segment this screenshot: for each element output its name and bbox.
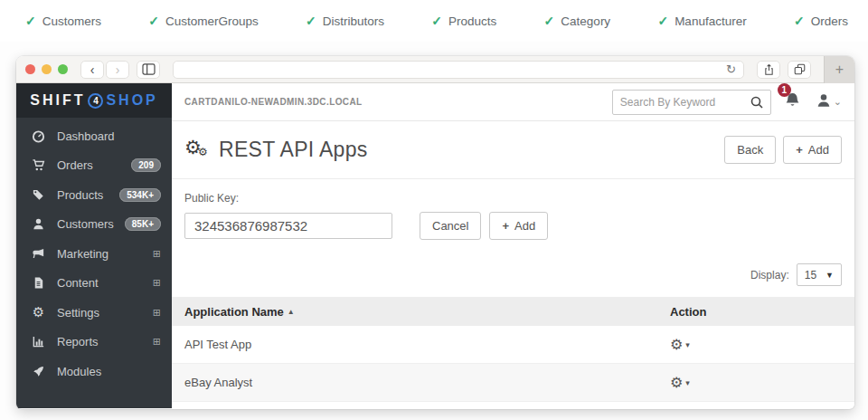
sidebar-menu: Dashboard Orders 209 Products 534K+: [16, 118, 172, 387]
check-icon: ✓: [306, 14, 316, 28]
check-icon: ✓: [794, 14, 805, 28]
public-key-input[interactable]: [184, 213, 392, 239]
sidebar: SHIFT 4 SHOP Dashboard Orders 209: [16, 83, 172, 408]
admin-topbar: CARTDANILO-NEWADMIN.3DC.LOCAL 1: [172, 83, 854, 121]
address-bar[interactable]: ↻: [173, 61, 744, 79]
expand-icon[interactable]: ⊞: [153, 277, 161, 289]
row-actions-dropdown[interactable]: ⚙ ▾: [670, 338, 690, 352]
sidebar-item-label: Modules: [57, 365, 161, 378]
sidebar-item-label: Products: [57, 188, 119, 202]
notifications-button[interactable]: 1: [784, 91, 801, 112]
cancel-button[interactable]: Cancel: [420, 212, 481, 240]
add-button-label: Add: [808, 143, 829, 157]
logo-text-shift: SHIFT: [30, 92, 85, 109]
column-action: Action: [670, 305, 842, 319]
sync-item-customergroups: ✓ CustomerGroups: [148, 14, 259, 28]
keyword-search[interactable]: [612, 90, 771, 115]
page-title: REST API Apps: [219, 138, 724, 162]
browser-chrome: ‹ › ↻ +: [16, 56, 854, 83]
main-content: CARTDANILO-NEWADMIN.3DC.LOCAL 1: [172, 83, 854, 408]
tab-overview-icon[interactable]: [788, 61, 811, 79]
tags-icon: [31, 187, 46, 202]
gear-icon: ⚙: [670, 338, 683, 352]
sidebar-item-products[interactable]: Products 534K+: [16, 180, 172, 210]
maximize-window-button[interactable]: [58, 64, 68, 74]
sync-item-orders: ✓ Orders: [794, 14, 848, 28]
sidebar-item-orders[interactable]: Orders 209: [16, 151, 172, 181]
address-bar-input[interactable]: [174, 62, 719, 78]
check-icon: ✓: [431, 14, 442, 28]
rocket-icon: [31, 364, 46, 378]
display-select-value: 15: [805, 269, 816, 282]
sidebar-item-label: Dashboard: [57, 129, 161, 143]
sidebar-item-marketing[interactable]: Marketing ⊞: [16, 239, 172, 269]
sidebar-item-content[interactable]: Content ⊞: [16, 269, 172, 299]
sidebar-item-dashboard[interactable]: Dashboard: [16, 121, 172, 151]
sync-item-label: Category: [561, 14, 610, 28]
check-icon: ✓: [544, 14, 555, 28]
api-apps-table: Application Name ▲ Action API Test App ⚙…: [172, 297, 854, 402]
store-domain: CARTDANILO-NEWADMIN.3DC.LOCAL: [184, 97, 612, 107]
plus-icon: +: [796, 143, 803, 157]
refresh-icon[interactable]: ↻: [719, 62, 743, 76]
header-buttons: Back + Add: [724, 136, 842, 164]
sidebar-item-modules[interactable]: Modules: [16, 357, 172, 387]
column-label: Application Name: [184, 305, 284, 319]
display-select[interactable]: 15 ▼: [797, 263, 842, 286]
sync-item-label: Products: [448, 14, 496, 28]
window-controls: [25, 64, 68, 74]
expand-icon[interactable]: ⊞: [153, 336, 161, 348]
customers-count-badge: 85K+: [125, 217, 161, 231]
expand-icon[interactable]: ⊞: [153, 248, 161, 260]
sort-asc-icon: ▲: [288, 308, 295, 316]
check-icon: ✓: [657, 14, 668, 28]
back-button[interactable]: Back: [724, 136, 776, 164]
user-icon: [816, 92, 832, 112]
sidebar-item-label: Orders: [57, 158, 131, 172]
form-add-button[interactable]: + Add: [489, 212, 548, 240]
check-icon: ✓: [25, 14, 36, 28]
sync-item-label: CustomerGroups: [165, 14, 259, 28]
sidebar-toggle-icon[interactable]: [137, 61, 160, 79]
sync-item-distributors: ✓ Distributors: [306, 14, 384, 28]
sidebar-item-label: Reports: [57, 335, 153, 348]
expand-icon[interactable]: ⊞: [153, 307, 161, 319]
sidebar-item-settings[interactable]: ⚙ Settings ⊞: [16, 298, 172, 328]
caret-down-icon: ▾: [685, 378, 690, 387]
column-application-name[interactable]: Application Name ▲: [184, 305, 670, 319]
cart-icon: [31, 158, 46, 173]
account-menu-button[interactable]: ⌄: [816, 92, 842, 112]
sidebar-item-reports[interactable]: Reports ⊞: [16, 328, 172, 358]
orders-count-badge: 209: [131, 158, 161, 172]
sync-item-manufacturer: ✓ Manufacturer: [657, 14, 746, 28]
search-icon[interactable]: [743, 95, 770, 110]
minimize-window-button[interactable]: [42, 64, 52, 74]
back-nav-button[interactable]: ‹: [80, 61, 104, 79]
search-input[interactable]: [613, 96, 743, 109]
table-row: eBay Analyst ⚙ ▾: [172, 364, 854, 402]
share-icon[interactable]: [757, 61, 780, 79]
document-icon: [31, 276, 46, 291]
admin-app: SHIFT 4 SHOP Dashboard Orders 209: [16, 83, 854, 408]
logo-text-shop: SHOP: [106, 92, 157, 109]
page-header: ⚙ ⚙ REST API Apps Back + Add: [172, 121, 854, 179]
caret-down-icon: ▾: [685, 340, 690, 349]
app-name-cell: eBay Analyst: [184, 376, 670, 389]
chevron-down-icon: ⌄: [834, 96, 842, 108]
gears-icon: ⚙: [31, 305, 46, 320]
add-button[interactable]: + Add: [783, 136, 842, 164]
gear-glyph-small: ⚙: [198, 146, 208, 158]
sidebar-item-customers[interactable]: Customers 85K+: [16, 210, 172, 240]
sync-status-bar: ✓ Customers ✓ CustomerGroups ✓ Distribut…: [0, 0, 868, 42]
forward-nav-button[interactable]: ›: [106, 61, 129, 79]
close-window-button[interactable]: [25, 64, 35, 74]
dashboard-icon: [31, 129, 46, 143]
table-row: API Test App ⚙ ▾: [172, 326, 854, 364]
cogs-icon: ⚙ ⚙: [184, 138, 212, 162]
new-tab-button[interactable]: +: [824, 56, 854, 83]
row-actions-dropdown[interactable]: ⚙ ▾: [670, 376, 690, 390]
sidebar-item-label: Content: [57, 276, 153, 290]
bar-chart-icon: [31, 335, 46, 349]
sidebar-item-label: Settings: [57, 306, 153, 320]
shift4shop-logo[interactable]: SHIFT 4 SHOP: [16, 83, 172, 118]
